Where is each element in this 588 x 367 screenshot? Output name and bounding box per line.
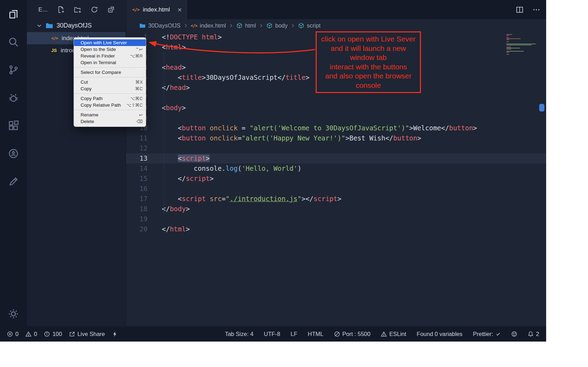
split-editor-icon[interactable]: [515, 6, 524, 14]
minimap-line: [506, 47, 511, 47]
status-variables[interactable]: Found 0 variables: [417, 331, 462, 337]
menu-item-select-for-compare[interactable]: Select for Compare: [74, 69, 146, 76]
activity-item-live-share[interactable]: [0, 139, 27, 167]
gear-icon: [8, 308, 19, 320]
breadcrumb: 30DaysOfJS</>index.htmlhtmlbodyscript: [126, 19, 546, 32]
status-warnings[interactable]: 0: [25, 331, 37, 337]
status-tab-size[interactable]: Tab Size: 4: [225, 331, 254, 337]
line-number: 14: [126, 163, 148, 174]
code-line-10[interactable]: 10 <button onclick = "alert('Welcome to …: [126, 123, 546, 133]
status-info-count[interactable]: 100: [44, 331, 62, 337]
menu-item-open-to-the-side[interactable]: Open to the Side⌃↩: [74, 46, 146, 53]
line-number: 19: [126, 214, 148, 224]
menu-item-delete[interactable]: Delete⌫: [74, 118, 146, 125]
live-share-circle-icon: [8, 148, 19, 159]
status-notifications[interactable]: 2: [528, 331, 539, 337]
symbol-cube-icon: [236, 22, 243, 29]
code-line-15[interactable]: 15 </script>: [126, 174, 546, 184]
smiley-icon: [511, 331, 517, 337]
menu-item-copy-relative-path[interactable]: Copy Relative Path⌥⇧⌘C: [74, 102, 146, 108]
symbol-cube-icon: [298, 22, 304, 29]
annotation-text-line: interact with the buttons: [317, 62, 419, 72]
status-end-of-line[interactable]: LF: [291, 331, 297, 337]
pen-icon: [8, 176, 19, 187]
breadcrumb-item-html[interactable]: html: [236, 22, 256, 29]
breadcrumb-item-body[interactable]: body: [266, 22, 288, 29]
code-line-18[interactable]: 18</body>: [126, 204, 546, 214]
warning-icon: [381, 331, 387, 337]
breadcrumb-item-index.html[interactable]: </>index.html: [191, 22, 226, 29]
line-content: [148, 52, 162, 62]
line-content: [148, 214, 162, 224]
code-line-19[interactable]: 19: [126, 214, 546, 224]
code-line-12[interactable]: 12: [126, 143, 546, 153]
collapse-all-icon[interactable]: [107, 6, 115, 13]
line-content: <script src="./introduction.js"></script…: [148, 194, 341, 204]
new-file-icon[interactable]: [57, 6, 65, 13]
status-eslint[interactable]: ESLint: [381, 331, 406, 337]
code-line-11[interactable]: 11 <button onclick="alert('Happy New Yea…: [126, 133, 546, 143]
refresh-icon[interactable]: [91, 6, 98, 13]
status-encoding[interactable]: UTF-8: [264, 331, 280, 337]
activity-item-explorer[interactable]: [0, 0, 27, 28]
status-feedback-smiley[interactable]: [511, 331, 517, 337]
line-content: <button onclick = "alert('Welcome to 30D…: [148, 123, 477, 133]
menu-item-open-with-live-server[interactable]: Open with Live Server: [74, 39, 146, 46]
more-actions-icon[interactable]: [532, 6, 541, 14]
info-icon: [44, 331, 50, 337]
menu-item-copy-path[interactable]: Copy Path⌥⌘C: [74, 95, 146, 102]
code-line-8[interactable]: 8<body>: [126, 103, 546, 113]
line-content: <body>: [148, 103, 186, 113]
menu-item-open-in-terminal[interactable]: Open in Terminal: [74, 59, 146, 66]
activity-item-run-and-debug[interactable]: [0, 84, 27, 112]
minimap[interactable]: [506, 34, 536, 55]
activity-item-manage[interactable]: [0, 301, 27, 326]
html-file-icon: </>: [191, 22, 197, 29]
files-icon: [8, 8, 19, 20]
status-live-share[interactable]: Live Share: [69, 331, 105, 337]
js-file-icon: JS: [51, 48, 57, 53]
line-content: <button onclick="alert('Happy New Year!'…: [148, 133, 421, 143]
status-prettier[interactable]: Prettier:: [473, 331, 501, 337]
line-content: </body>: [148, 204, 190, 214]
status-errors[interactable]: 0: [7, 331, 18, 337]
chevron-right-icon: [183, 23, 188, 28]
line-content: </html>: [148, 224, 190, 234]
menu-item-cut[interactable]: Cut⌘X: [74, 79, 146, 85]
breadcrumb-item-script[interactable]: script: [298, 22, 321, 29]
line-number: 11: [126, 133, 148, 143]
annotation-text-line: window tab: [317, 53, 419, 62]
code-line-16[interactable]: 16: [126, 184, 546, 194]
screenshot-root: E... 30DaysOfJS </> index.html JS introd…: [0, 0, 588, 367]
new-folder-icon[interactable]: [74, 6, 81, 13]
vscode-window: E... 30DaysOfJS </> index.html JS introd…: [0, 0, 546, 342]
check-icon: [496, 331, 501, 337]
status-language-mode[interactable]: HTML: [308, 331, 324, 337]
minimap-line: [506, 52, 509, 53]
code-line-20[interactable]: 20</html>: [126, 224, 546, 234]
code-line-7[interactable]: 7: [126, 93, 546, 103]
folder-root-30daysofjs[interactable]: 30DaysOfJS: [27, 19, 126, 32]
minimap-line: [506, 41, 509, 42]
close-icon[interactable]: ×: [178, 6, 182, 13]
status-live-server-port[interactable]: Port : 5500: [334, 331, 371, 337]
activity-item-source-control[interactable]: [0, 56, 27, 84]
menu-item-rename[interactable]: Rename↩: [74, 112, 146, 118]
status-quick-actions[interactable]: [112, 331, 118, 337]
code-line-14[interactable]: 14 console.log('Hello, World'): [126, 163, 546, 174]
activity-item-search[interactable]: [0, 28, 27, 56]
code-line-9[interactable]: 9: [126, 113, 546, 123]
menu-item-reveal-in-finder[interactable]: Reveal in Finder⌥⌘R: [74, 53, 146, 59]
breadcrumb-item-30daysofjs[interactable]: 30DaysOfJS: [139, 22, 181, 29]
annotation-box: click on open with Live Severand it will…: [316, 31, 421, 93]
line-number: 12: [126, 143, 148, 153]
folder-root-label: 30DaysOfJS: [56, 22, 92, 29]
code-line-17[interactable]: 17 <script src="./introduction.js"></scr…: [126, 194, 546, 204]
tab-index-html[interactable]: </> index.html ×: [126, 0, 187, 19]
menu-item-copy[interactable]: Copy⌘C: [74, 85, 146, 92]
live-share-icon: [69, 331, 75, 337]
code-line-13[interactable]: 13 <script>: [126, 153, 546, 163]
activity-item-feedback[interactable]: [0, 167, 27, 195]
line-content: [148, 143, 162, 153]
activity-item-extensions[interactable]: [0, 112, 27, 139]
